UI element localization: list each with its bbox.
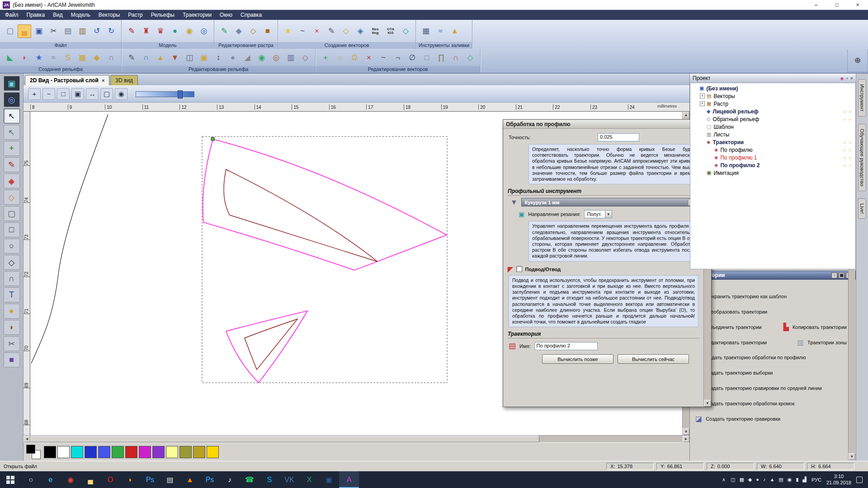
tree-item[interactable]: ▥ Листы	[690, 131, 855, 138]
color-swatch[interactable]	[71, 446, 83, 458]
fan-vector-icon[interactable]: ◈	[354, 24, 367, 38]
hidden-icons-chevron[interactable]: ∧	[722, 477, 726, 483]
sphere-model-icon[interactable]: ●	[168, 24, 182, 38]
maximize-button[interactable]: □	[826, 0, 847, 9]
start-button[interactable]	[0, 471, 21, 488]
measure-vector-icon[interactable]: ∅	[406, 51, 419, 65]
toolpath-action-label[interactable]: Создать траекторию обработки кромок	[704, 401, 794, 406]
group-vectors-icon[interactable]: +	[319, 51, 332, 65]
knife-tool-icon[interactable]: ✂	[4, 336, 20, 351]
toolpath-action-label[interactable]: Копировать траектории	[793, 324, 847, 330]
zoom-fit-icon[interactable]: ↔	[86, 88, 99, 100]
menu-item[interactable]: Вид	[49, 10, 67, 20]
snapshot-icon[interactable]: ◉	[115, 88, 127, 100]
offset-vector-icon[interactable]: ◇	[339, 24, 353, 38]
globe-model-icon[interactable]: ◎	[197, 24, 211, 38]
preview-monitor-icon[interactable]: ▣	[4, 76, 20, 91]
docked-panel-tab[interactable]: Обучающее руководство	[858, 124, 866, 191]
weave-relief-icon[interactable]: ▦	[75, 51, 89, 65]
polygon-tool-icon[interactable]: ◇	[4, 255, 20, 270]
scroll-down-icon[interactable]: ▼	[704, 400, 711, 407]
whatsapp-icon[interactable]: ☎	[240, 471, 259, 488]
copy-icon[interactable]: ▤	[61, 24, 75, 38]
accuracy-input[interactable]: 0.025	[598, 133, 639, 141]
scroll-left-icon[interactable]: ◄	[24, 436, 30, 442]
tree-item[interactable]: ▣ Имитация	[690, 169, 855, 177]
smooth-relief-icon[interactable]: ∩	[139, 51, 153, 65]
menu-item[interactable]: Векторы	[94, 10, 124, 20]
toolpath-action-label[interactable]: Объединить траектории	[706, 324, 762, 330]
tree-item[interactable]: ◈ Траектории ☼☼	[690, 138, 855, 146]
toolpath-action-label[interactable]: Траектории зоны	[807, 340, 847, 345]
star-vector-icon[interactable]: ★	[281, 24, 295, 38]
cross-vector-icon[interactable]: ×	[362, 51, 376, 65]
dialog-header[interactable]: Обработка по профилю ◈ ×	[503, 120, 711, 129]
vector-outline-top[interactable]	[203, 139, 447, 270]
artcam-taskbar-icon[interactable]: A	[339, 471, 359, 488]
brush-tool-icon[interactable]: ■	[4, 352, 20, 367]
text-tool-icon[interactable]: T	[4, 287, 20, 302]
firefox-icon[interactable]: ◗	[120, 471, 140, 488]
menu-item[interactable]: Растр	[124, 10, 146, 20]
notification-center-icon[interactable]	[856, 477, 863, 483]
edge-icon[interactable]: e	[41, 471, 61, 488]
turn-relief-icon[interactable]: ∩	[104, 51, 118, 65]
polyline-icon[interactable]: ~	[296, 24, 309, 38]
arc-vector-icon[interactable]: ∩	[449, 51, 462, 65]
selected-tool-bar[interactable]: Кукуруза 1 мм ▼	[521, 198, 699, 206]
calculate-now-button[interactable]: Вычислить сейчас	[618, 354, 689, 364]
select-tool-icon[interactable]: ↖	[4, 108, 20, 123]
tree-expander-icon[interactable]: +	[700, 94, 705, 99]
color-swatch[interactable]	[57, 446, 70, 458]
skype-icon[interactable]: S	[259, 471, 279, 488]
tree-item[interactable]: + ▦ Растр	[690, 100, 855, 108]
zoom-slider-thumb[interactable]	[178, 90, 183, 99]
raster-select-icon[interactable]: ◇	[246, 24, 260, 38]
paint-tool-icon[interactable]: ◆	[4, 174, 20, 188]
tree-item[interactable]: ▣ (Без имени)	[690, 84, 855, 92]
menu-item[interactable]: Файл	[1, 10, 23, 20]
primary-secondary-swatch[interactable]	[26, 445, 41, 459]
tray-icon[interactable]: ◆	[748, 477, 752, 483]
visibility-toggle-icons[interactable]: ☼☼	[843, 147, 854, 152]
mirror-relief-icon[interactable]: ◫	[183, 51, 196, 65]
tray-icon[interactable]: ◉	[788, 477, 792, 483]
horizontal-scroll-thumb[interactable]	[30, 436, 539, 442]
tray-icon[interactable]: ▤	[778, 477, 783, 483]
menu-item[interactable]: Правка	[23, 10, 49, 20]
photoshop-icon[interactable]: Ps	[140, 471, 160, 488]
combo-dropdown-icon[interactable]: ▼	[605, 211, 612, 218]
tree-item[interactable]: ◇ Обратный рельеф ☼☼	[690, 115, 855, 123]
menu-item[interactable]: Справка	[236, 10, 266, 20]
visibility-toggle-icons[interactable]: ☼☼	[843, 117, 854, 122]
raster-brush-icon[interactable]: ■	[261, 24, 274, 38]
fill-relief-icon[interactable]: ▲	[448, 24, 462, 38]
scroll-up-icon[interactable]: ▲	[683, 112, 689, 118]
opera-icon[interactable]: O	[100, 471, 120, 488]
join-vectors-icon[interactable]: ~	[377, 51, 390, 65]
ellipse-tool-icon[interactable]: ○	[4, 239, 20, 253]
photoshop-icon-2[interactable]: Ps	[200, 471, 220, 488]
color-swatch[interactable]	[179, 446, 192, 458]
clock[interactable]: 3:10 21.09.2018	[826, 474, 851, 486]
color-swatch[interactable]	[152, 446, 165, 458]
save-icon[interactable]: ▣	[32, 24, 46, 38]
tray-icon[interactable]: ▮	[796, 477, 798, 483]
offset-relief-icon[interactable]: ▲	[154, 51, 167, 65]
tree-expander-icon[interactable]	[700, 109, 705, 114]
notepad-icon[interactable]: ▤	[160, 471, 180, 488]
node-vector-icon[interactable]: ◇	[463, 51, 477, 65]
color-swatch[interactable]	[125, 446, 137, 458]
omega-vector-icon[interactable]: Ω	[348, 51, 361, 65]
snap-vector-icon[interactable]: □	[420, 51, 434, 65]
tab-close-icon[interactable]: ×	[102, 78, 104, 83]
zoom-slider[interactable]	[136, 91, 194, 97]
dock-pin-icon[interactable]: ◈	[840, 75, 844, 81]
node-editing-icon[interactable]: ↖	[4, 125, 20, 140]
paste-relief-icon[interactable]: ▥	[284, 51, 297, 65]
sculpt-icon[interactable]: ✎	[125, 51, 138, 65]
color-swatch[interactable]	[112, 446, 124, 458]
paste-icon[interactable]: ▥	[75, 24, 89, 38]
blur-relief-icon[interactable]: ●	[226, 51, 240, 65]
close-button[interactable]: ×	[847, 0, 868, 9]
